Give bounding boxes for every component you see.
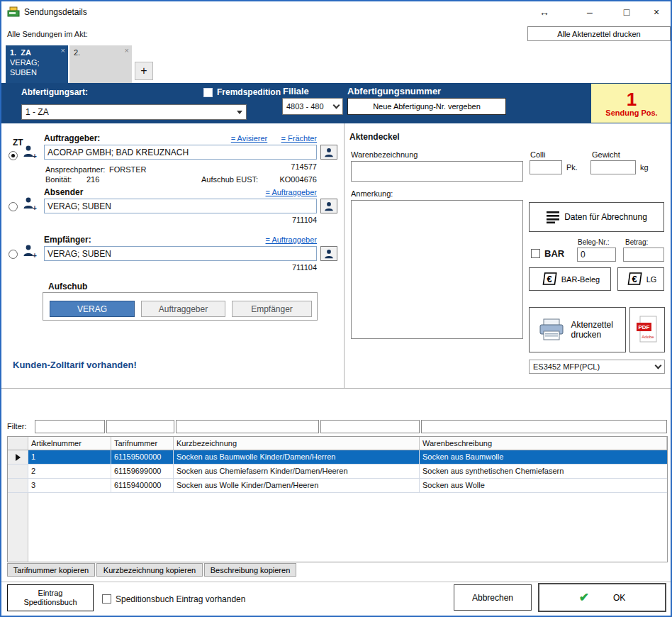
cell-artikelnummer: 1 [28,450,111,465]
app-icon [7,6,21,18]
empfaenger-person-add-icon[interactable]: + [22,243,38,259]
header-kurzbezeichnung[interactable]: Kurzbezeichnung [174,437,420,450]
speditionsbuch-checkbox[interactable] [102,594,111,604]
betrag-input[interactable] [623,248,664,262]
empfaenger-input[interactable] [44,246,317,261]
cell-tarifnummer: 61159400000 [111,479,174,493]
filter-input-5[interactable] [421,420,667,433]
window-maximize-button[interactable]: □ [614,4,639,21]
filter-input-4[interactable] [320,420,420,433]
cell-kurzbezeichnung: Socken aus Wolle Kinder/Damen/Heeren [174,479,420,493]
filter-input-3[interactable] [176,420,319,433]
empfaenger-lookup-button[interactable] [320,246,337,261]
fremdspedition-checkbox[interactable] [203,88,213,97]
pk-label: Pk. [566,163,578,172]
warenbezeichnung-input[interactable] [351,161,523,182]
window-resize-icon[interactable]: ↔ [532,4,557,21]
empfaenger-radio[interactable] [9,250,18,259]
window-close-button[interactable]: × [644,4,669,21]
eintrag-speditionsbuch-button[interactable]: Eintrag Speditionsbuch [7,584,94,611]
auftraggeber-input[interactable] [44,145,317,160]
euro-note-icon: € [540,272,557,287]
pdf-export-button[interactable]: PDF Adobe [629,307,665,352]
daten-fuer-abrechnung-button[interactable]: Daten für Abrechnung [529,202,664,232]
empfaenger-links: = Auftraggeber [44,235,317,245]
printer-select[interactable]: ES3452 MFP(PCL) [529,360,665,374]
sendung-pos-number: 1 [627,90,637,109]
gewicht-label: Gewicht [592,150,620,159]
absender-input[interactable] [44,199,317,213]
abbrechen-button[interactable]: Abbrechen [454,584,532,611]
aufschub-auftraggeber-button[interactable]: Auftraggeber [141,301,225,317]
tab1-subline1: VERAG; [10,57,64,67]
bar-beleg-button[interactable]: € BAR-Beleg [529,267,611,291]
tab1-close-icon[interactable]: × [61,46,65,55]
aktenzettel-drucken-button[interactable]: Aktenzettel drucken [529,307,626,352]
pdf-icon: PDF Adobe [636,315,659,345]
empfaenger-auftraggeber-link[interactable]: = Auftraggeber [266,235,317,244]
colli-input[interactable] [530,160,562,174]
anmerkung-textarea[interactable] [351,200,523,339]
absender-auftraggeber-link[interactable]: = Auftraggeber [266,188,317,196]
table-row[interactable]: 2 61159699000 Socken aus Chemiefasern Ki… [8,465,667,479]
abfertigungsart-value: 1 - ZA [26,107,49,117]
absender-radio[interactable] [9,202,18,211]
copy-beschreibung-button[interactable]: Beschreibung kopieren [204,563,296,577]
tab-shipment-1[interactable]: × 1. ZA VERAG; SUBEN [6,45,68,83]
filter-input-2[interactable] [106,420,174,433]
header-tarifnummer[interactable]: Tarifnummer [111,437,174,450]
panel-divider-vertical [344,123,345,388]
add-shipment-tab-button[interactable]: + [135,62,153,80]
abfertigungsart-select[interactable]: 1 - ZA [21,104,247,120]
tab1-label: 1. ZA [10,48,64,57]
filiale-select[interactable]: 4803 - 480 [282,98,343,115]
cell-artikelnummer: 3 [28,479,111,493]
filter-input-1[interactable] [35,420,105,433]
row-selector-cell [8,450,28,465]
absender-lookup-button[interactable] [320,199,337,213]
printer-value: ES3452 MFP(PCL) [533,362,600,371]
copy-tarifnummer-button[interactable]: Tarifnummer kopieren [7,563,95,577]
bar-checkbox[interactable] [531,249,540,258]
selector-header [8,437,28,450]
tab-shipment-2[interactable]: × 2. [69,45,132,83]
table-row[interactable]: 1 61159500000 Socken aus Baumwolle Kinde… [8,450,667,465]
footer-divider [1,582,672,582]
bar-beleg-label: BAR-Beleg [561,275,600,284]
lg-button[interactable]: € LG [617,267,664,291]
copy-kurzbezeichnung-button[interactable]: Kurzbezeichnung kopieren [96,563,203,577]
aufschub-empfaenger-button[interactable]: Empfänger [232,301,312,317]
ok-button[interactable]: ✔ OK [538,583,666,612]
row-selector-cell [8,479,28,493]
header-artikelnummer[interactable]: Artikelnummer [28,437,111,450]
header-warenbeschreibung[interactable]: Warenbeschreibung [420,437,667,450]
filiale-value: 4803 - 480 [286,102,324,111]
person-icon [323,201,335,212]
speditionsbuch-checkbox-label: Speditionsbuch Eintrag vorhanden [116,594,245,604]
neue-abfertigung-nr-button[interactable]: Neue Abfertigung-Nr. vergeben [347,98,506,115]
auftraggeber-radio[interactable] [9,151,18,160]
beleg-nr-input[interactable] [577,248,616,262]
sendung-pos-label: Sendung Pos. [605,109,657,117]
table-row[interactable]: 3 61159400000 Socken aus Wolle Kinder/Da… [8,479,667,493]
abfertigungsart-label: Abfertigungsart: [21,87,88,97]
cell-tarifnummer: 61159500000 [111,450,174,465]
betrag-label: Betrag: [625,238,648,246]
cell-kurzbezeichnung: Socken aus Chemiefasern Kinder/Damen/Hee… [174,465,420,479]
avisierer-link[interactable]: = Avisierer [231,134,267,143]
print-all-aktenzettel-button[interactable]: Alle Aktenzettel drucken [527,26,671,41]
bar-label: BAR [544,248,564,259]
cell-warenbeschreibung: Socken aus Wolle [420,479,667,493]
window-minimize-button[interactable]: – [577,4,603,21]
auftraggeber-lookup-button[interactable] [320,145,337,160]
aufschub-verag-button[interactable]: VERAG [50,301,135,317]
gewicht-input[interactable] [590,160,636,174]
speditionsbuch-button-line2: Speditionsbuch [23,598,77,607]
tab2-close-icon[interactable]: × [125,46,129,55]
daten-fuer-abrechnung-label: Daten für Abrechnung [564,212,647,222]
fraechter-link[interactable]: = Frächter [281,134,317,143]
absender-person-add-icon[interactable]: + [22,196,38,211]
auftraggeber-person-add-icon[interactable]: + [22,144,38,160]
table-header-row: Artikelnummer Tarifnummer Kurzbezeichnun… [8,437,667,450]
empfaenger-number: 711104 [44,263,317,272]
